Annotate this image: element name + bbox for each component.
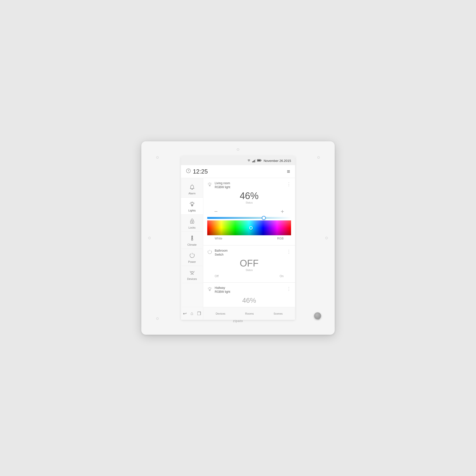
living-room-card: Living room RGBW light ⋮ 46% Status − + (203, 178, 295, 245)
svg-point-6 (191, 202, 193, 205)
card-header-left-lr: Living room RGBW light (207, 181, 230, 189)
brand-label: zipato (233, 319, 243, 323)
svg-line-28 (211, 288, 211, 288)
clock-icon (186, 168, 191, 175)
sidebar-label-devices: Devices (187, 277, 197, 280)
nav-buttons: ↩ ⌂ ❐ (181, 307, 203, 320)
alarm-icon (189, 184, 195, 191)
sidebar-label-lights: Lights (188, 209, 196, 212)
sidebar-label-power: Power (188, 260, 196, 263)
sidebar-item-lights[interactable]: Lights (181, 198, 203, 215)
tab-rooms[interactable]: Rooms (245, 312, 254, 315)
card-title-lr: Living room RGBW light (215, 181, 230, 189)
sidebar-item-climate[interactable]: Climate (181, 232, 203, 249)
color-labels: White RGB (207, 235, 291, 242)
white-slider-thumb (262, 216, 266, 220)
device-panel: zipato (141, 141, 335, 335)
tab-scenes-label: Scenes (273, 312, 283, 315)
screw-left-mid (148, 237, 151, 239)
sidebar: Alarm Lights (181, 178, 203, 307)
svg-rect-2 (261, 160, 262, 161)
tab-devices-label: Devices (216, 312, 225, 315)
tab-scenes[interactable]: Scenes (273, 312, 283, 315)
card-header-hall: Hallway RGBW light ⋮ (207, 286, 291, 294)
climate-icon (189, 235, 195, 242)
screw-bl (156, 317, 159, 320)
signal-icon (252, 159, 256, 162)
svg-point-23 (209, 288, 211, 290)
switch-controls-bath: Off On (207, 273, 291, 279)
power-button[interactable] (314, 312, 321, 319)
sidebar-item-locks[interactable]: Locks (181, 215, 203, 232)
screw-tl (156, 156, 159, 159)
status-label-lr: Status (207, 201, 291, 204)
svg-line-11 (194, 202, 194, 202)
top-bar: 12:25 ≡ (181, 165, 295, 178)
lights-icon (189, 201, 195, 208)
white-label: White (215, 237, 222, 240)
home-button[interactable]: ⌂ (191, 311, 193, 316)
power-icon-bath (207, 249, 212, 256)
switch-off-label[interactable]: Off (215, 274, 219, 278)
card-value-hall: 46% (207, 296, 291, 305)
more-menu-hall[interactable]: ⋮ (287, 286, 291, 292)
sidebar-item-power[interactable]: Power (181, 249, 203, 266)
tab-rooms-label: Rooms (245, 312, 254, 315)
wifi-icon (247, 159, 251, 163)
sidebar-label-alarm: Alarm (188, 192, 196, 195)
more-menu-bath[interactable]: ⋮ (287, 249, 291, 254)
svg-rect-3 (257, 159, 260, 161)
tab-devices[interactable]: Devices (216, 312, 225, 315)
rgb-label: RGB (277, 237, 284, 240)
svg-point-17 (209, 183, 211, 185)
time-area: 12:25 (186, 168, 208, 175)
card-header-lr: Living room RGBW light ⋮ (207, 181, 291, 189)
color-picker[interactable] (207, 220, 291, 235)
svg-line-8 (190, 202, 190, 202)
card-value-bath: OFF (207, 258, 291, 269)
card-title-bath: Bathroom Switch (215, 249, 228, 257)
card-header-left-hall: Hallway RGBW light (207, 286, 230, 294)
card-title-hall: Hallway RGBW light (215, 286, 230, 294)
sidebar-item-devices[interactable]: Devices (181, 266, 203, 283)
menu-icon[interactable]: ≡ (287, 168, 290, 175)
sidebar-label-locks: Locks (188, 226, 196, 229)
status-label-bath: Status (207, 269, 291, 271)
card-header-bath: Bathroom Switch ⋮ (207, 249, 291, 257)
switch-on-label[interactable]: On (280, 274, 284, 278)
plus-button-lr[interactable]: + (279, 207, 286, 216)
screen: November 26.2015 12:25 ≡ (181, 156, 295, 320)
status-bar: November 26.2015 (181, 156, 295, 165)
bottom-nav: ↩ ⌂ ❐ Devices Rooms Scenes (181, 307, 295, 320)
devices-icon (189, 269, 195, 276)
screw-top (237, 148, 239, 151)
svg-line-25 (208, 288, 208, 288)
back-button[interactable]: ↩ (183, 311, 187, 316)
locks-icon (189, 218, 195, 225)
minus-button-lr[interactable]: − (212, 207, 220, 216)
screw-right-mid (325, 237, 328, 239)
more-menu-lr[interactable]: ⋮ (287, 181, 291, 187)
white-slider[interactable] (207, 217, 291, 219)
svg-point-13 (192, 222, 192, 223)
color-cursor (249, 226, 253, 230)
main-area: Alarm Lights (181, 178, 295, 307)
content-area: Living room RGBW light ⋮ 46% Status − + (203, 178, 295, 307)
sidebar-item-alarm[interactable]: Alarm (181, 180, 203, 198)
svg-line-19 (208, 183, 208, 183)
card-controls-lr: − + (207, 206, 291, 217)
apps-button[interactable]: ❐ (197, 311, 201, 316)
battery-icon (257, 159, 262, 163)
svg-point-0 (249, 161, 249, 161)
card-value-lr: 46% (207, 191, 291, 201)
bulb-icon-hall (207, 287, 212, 293)
bottom-tabs: Devices Rooms Scenes (203, 312, 295, 315)
status-icons (247, 159, 262, 163)
svg-line-22 (211, 183, 211, 183)
bulb-icon-lr (207, 182, 212, 188)
hallway-card: Hallway RGBW light ⋮ 46% (203, 283, 295, 307)
card-header-left-bath: Bathroom Switch (207, 249, 228, 257)
bathroom-card: Bathroom Switch ⋮ OFF Status Off On (203, 245, 295, 283)
status-date: November 26.2015 (264, 159, 291, 163)
screw-tr (317, 156, 320, 159)
